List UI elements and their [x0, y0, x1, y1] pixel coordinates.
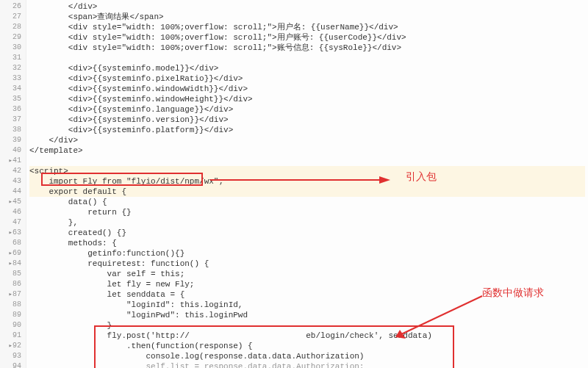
- code-line: <div style="width: 100%;overflow: scroll…: [29, 32, 585, 43]
- line-number: 90: [1, 320, 21, 331]
- line-number: 37: [1, 115, 21, 125]
- code-line: self.list = response.data.data.Authoriza…: [29, 361, 585, 368]
- code-line: <div>{{systeminfo.pixelRatio}}</div>: [29, 73, 585, 84]
- code-line: <div>{{systeminfo.platform}}</div>: [29, 125, 585, 135]
- code-line: <div>{{systeminfo.model}}</div>: [29, 63, 585, 73]
- code-line: </div>: [29, 1, 585, 12]
- line-number: 36: [1, 104, 21, 115]
- code-line: export default {: [29, 187, 585, 197]
- line-number: 39: [1, 135, 21, 145]
- line-number: 30: [1, 43, 21, 53]
- code-line: let fly = new Fly;: [29, 279, 585, 289]
- line-number: ▸69: [1, 248, 21, 259]
- line-number: 28: [1, 22, 21, 32]
- line-number: 33: [1, 73, 21, 84]
- code-line: <div>{{systeminfo.version}}</div>: [29, 115, 585, 125]
- code-line: </template>: [29, 145, 585, 156]
- line-number: 34: [1, 84, 21, 94]
- code-line: <div>{{systeminfo.windowWidth}}</div>: [29, 84, 585, 94]
- line-number: 94: [1, 361, 21, 368]
- line-number: 42: [1, 166, 21, 176]
- line-number: 32: [1, 63, 21, 73]
- line-number: 35: [1, 94, 21, 104]
- code-line: data() {: [29, 197, 585, 207]
- line-number: 85: [1, 269, 21, 279]
- code-editor: 26 27 28 29 30 31 32 33 34 35 36 37 38 3…: [0, 0, 588, 368]
- line-number: ▸45: [1, 197, 21, 207]
- code-line: console.log(response.data.data.Authoriza…: [29, 351, 585, 361]
- line-number: 40: [1, 145, 21, 156]
- code-line: getinfo:function(){}: [29, 248, 585, 259]
- code-area[interactable]: </div> <span>查询结果</span> <div style="wid…: [26, 0, 588, 368]
- line-number: 38: [1, 125, 21, 135]
- code-line: "loginId": this.loginId,: [29, 300, 585, 310]
- code-line: import Fly from "flyio/dist/npm/wx";: [29, 176, 585, 187]
- code-line: var self = this;: [29, 269, 585, 279]
- line-number: 89: [1, 310, 21, 320]
- line-number: 26: [1, 1, 21, 12]
- line-number: 86: [1, 279, 21, 289]
- line-number: ▸92: [1, 341, 21, 351]
- line-number: 88: [1, 300, 21, 310]
- line-number-gutter: 26 27 28 29 30 31 32 33 34 35 36 37 38 3…: [0, 0, 26, 368]
- code-line: created() {}: [29, 228, 585, 238]
- code-line: return {}: [29, 207, 585, 217]
- line-number: 31: [1, 53, 21, 63]
- line-number: 91: [1, 331, 21, 341]
- line-number: ▸87: [1, 289, 21, 300]
- code-line: fly.post('http:// eb/login/check', sendd…: [29, 331, 585, 341]
- code-line: <div style="width: 100%;overflow: scroll…: [29, 43, 585, 53]
- code-line: let senddata = {: [29, 289, 585, 300]
- line-number: 43: [1, 176, 21, 187]
- code-line: </div>: [29, 135, 585, 145]
- code-line: }: [29, 320, 585, 331]
- line-number: 47: [1, 217, 21, 228]
- line-number: ▸41: [1, 156, 21, 166]
- line-number: 93: [1, 351, 21, 361]
- code-line: <div>{{systeminfo.language}}</div>: [29, 104, 585, 115]
- code-line: .then(function(response) {: [29, 341, 585, 351]
- code-line: <div>{{systeminfo.windowHeight}}</div>: [29, 94, 585, 104]
- code-line: <span>查询结果</span>: [29, 12, 585, 22]
- line-number: 68: [1, 238, 21, 248]
- code-line: [29, 53, 585, 63]
- line-number: 46: [1, 207, 21, 217]
- code-line: "loginPwd": this.loginPwd: [29, 310, 585, 320]
- line-number: 27: [1, 12, 21, 22]
- line-number: 44: [1, 187, 21, 197]
- code-line: <div style="width: 100%;overflow: scroll…: [29, 22, 585, 32]
- line-number: 29: [1, 32, 21, 43]
- code-line: methods: {: [29, 238, 585, 248]
- code-line: requiretest: function() {: [29, 259, 585, 269]
- code-line: [29, 156, 585, 166]
- line-number: ▸63: [1, 228, 21, 238]
- code-line: },: [29, 217, 585, 228]
- code-line: <script>: [29, 166, 585, 176]
- line-number: ▸84: [1, 259, 21, 269]
